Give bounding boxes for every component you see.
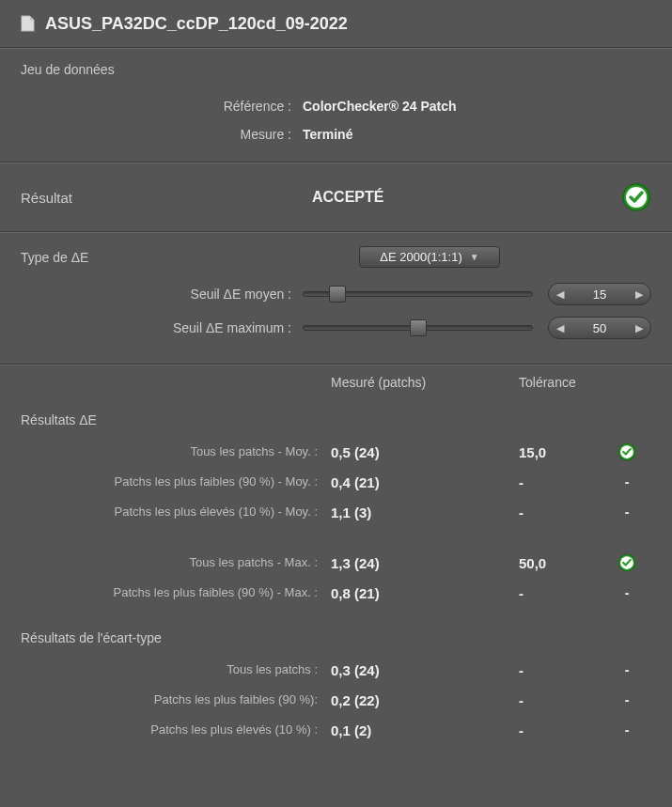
row-tolerance: 50,0 (519, 555, 613, 571)
row-tolerance: - (519, 585, 613, 601)
table-row: Patchs les plus élevés (10 %) - Moy. : 1… (21, 497, 651, 527)
deltae-type-value: ΔE 2000(1:1:1) (380, 250, 461, 264)
table-row: Patchs les plus faibles (90 %) - Moy. : … (21, 467, 651, 497)
row-status (613, 442, 641, 461)
row-label: Patchs les plus faibles (90 %): (21, 692, 331, 707)
row-tolerance: - (519, 722, 613, 738)
dataset-section: Jeu de données Référence : ColorChecker®… (0, 48, 672, 163)
row-measured: 0,4 (21) (331, 474, 519, 490)
row-measured: 1,3 (24) (331, 555, 519, 571)
table-row: Tous les patchs : 0,3 (24) - - (21, 655, 651, 685)
row-label: Patchs les plus faibles (90 %) - Moy. : (21, 474, 331, 489)
stepper-right-icon[interactable]: ▶ (628, 322, 650, 334)
row-status: - (613, 585, 641, 600)
stepper-left-icon[interactable]: ◀ (549, 322, 571, 334)
results-deltae-heading: Résultats ΔE (21, 412, 651, 427)
table-row: Patchs les plus élevés (10 %) : 0,1 (2) … (21, 715, 651, 745)
page-title: ASUS_PA32DC_ccDP_120cd_09-2022 (45, 14, 348, 34)
row-status (613, 553, 641, 572)
result-value: ACCEPTÉ (312, 189, 621, 206)
reference-value: ColorChecker® 24 Patch (303, 99, 651, 114)
dataset-heading: Jeu de données (21, 62, 651, 77)
row-tolerance: - (519, 504, 613, 520)
calibration-panel: ASUS_PA32DC_ccDP_120cd_09-2022 Jeu de do… (0, 0, 672, 764)
document-icon (17, 13, 38, 34)
row-tolerance: - (519, 474, 613, 490)
row-tolerance: - (519, 662, 613, 678)
row-status: - (613, 662, 641, 677)
table-row: Tous les patchs - Moy. : 0,5 (24) 15,0 (21, 437, 651, 467)
row-measured: 1,1 (3) (331, 504, 519, 520)
row-label: Patchs les plus élevés (10 %) : (21, 722, 331, 737)
checkmark-icon (617, 553, 636, 572)
row-measured: 0,8 (21) (331, 585, 519, 601)
results-stddev-heading: Résultats de l'écart-type (21, 630, 651, 645)
results-body: Résultats ΔE Tous les patchs - Moy. : 0,… (0, 412, 672, 764)
row-label: Tous les patchs - Max. : (21, 555, 331, 570)
row-label: Patchs les plus élevés (10 %) - Moy. : (21, 504, 331, 520)
chevron-down-icon: ▼ (470, 252, 479, 262)
avg-threshold-label: Seuil ΔE moyen : (21, 287, 303, 302)
table-row: Patchs les plus faibles (90 %) - Max. : … (21, 578, 651, 608)
row-label: Patchs les plus faibles (90 %) - Max. : (21, 585, 331, 600)
slider-thumb[interactable] (410, 319, 427, 336)
row-status: - (613, 692, 641, 707)
checkmark-icon (621, 182, 651, 212)
results-columns-header: Mesuré (patchs) Tolérance (0, 365, 672, 399)
table-row: Tous les patchs - Max. : 1,3 (24) 50,0 (21, 548, 651, 578)
row-measured: 0,1 (2) (331, 722, 519, 738)
row-measured: 0,2 (22) (331, 692, 519, 708)
measure-label: Mesure : (21, 127, 303, 142)
row-tolerance: - (519, 692, 613, 708)
col-measured: Mesuré (patchs) (331, 375, 519, 390)
deltae-config-section: Type de ΔE ΔE 2000(1:1:1) ▼ Seuil ΔE moy… (0, 232, 672, 365)
max-threshold-value: 50 (571, 321, 628, 335)
col-tolerance: Tolérance (519, 375, 651, 390)
measure-value: Terminé (303, 127, 651, 142)
row-status: - (613, 722, 641, 737)
checkmark-icon (617, 442, 636, 461)
row-status: - (613, 474, 641, 489)
max-threshold-slider[interactable] (303, 325, 533, 331)
row-label: Tous les patchs - Moy. : (21, 444, 331, 459)
slider-thumb[interactable] (329, 286, 346, 303)
deltae-type-label: Type de ΔE (21, 250, 190, 265)
avg-threshold-stepper[interactable]: ◀ 15 ▶ (548, 283, 651, 305)
deltae-type-dropdown[interactable]: ΔE 2000(1:1:1) ▼ (359, 246, 500, 268)
row-tolerance: 15,0 (519, 444, 613, 460)
reference-label: Référence : (21, 99, 303, 114)
table-row: Patchs les plus faibles (90 %): 0,2 (22)… (21, 685, 651, 715)
row-status: - (613, 504, 641, 520)
avg-threshold-value: 15 (571, 287, 628, 302)
result-section: Résultat ACCEPTÉ (0, 163, 672, 232)
avg-threshold-slider[interactable] (303, 291, 533, 297)
stepper-right-icon[interactable]: ▶ (628, 288, 650, 301)
max-threshold-stepper[interactable]: ◀ 50 ▶ (548, 317, 651, 339)
row-measured: 0,3 (24) (331, 662, 519, 678)
stepper-left-icon[interactable]: ◀ (549, 288, 571, 301)
result-label: Résultat (21, 190, 312, 206)
row-label: Tous les patchs : (21, 662, 331, 677)
title-bar: ASUS_PA32DC_ccDP_120cd_09-2022 (0, 0, 672, 48)
max-threshold-label: Seuil ΔE maximum : (21, 320, 303, 335)
row-measured: 0,5 (24) (331, 444, 519, 460)
